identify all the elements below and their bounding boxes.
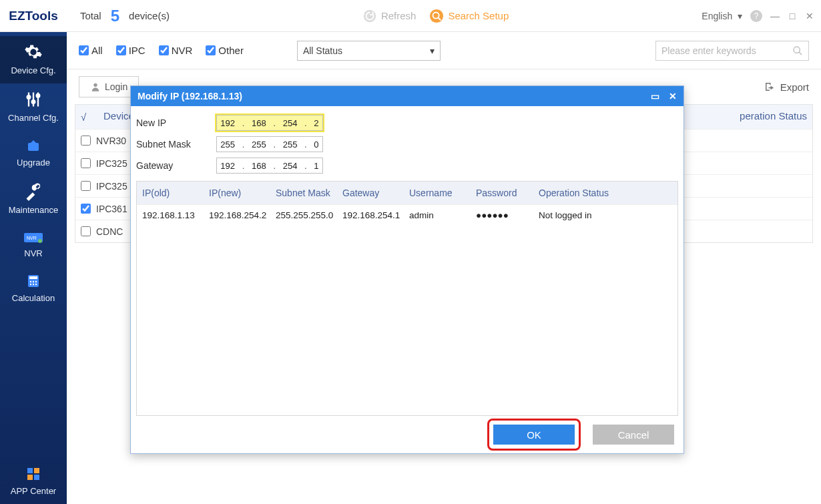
tools-icon bbox=[24, 182, 43, 201]
help-icon[interactable]: ? bbox=[750, 10, 762, 22]
status-select[interactable]: All Status ▾ bbox=[297, 41, 441, 61]
svg-point-17 bbox=[33, 281, 34, 282]
dialog-title: Modify IP (192.168.1.13) bbox=[138, 91, 242, 101]
upgrade-icon bbox=[24, 138, 43, 154]
filter-all[interactable]: All bbox=[79, 45, 103, 56]
search-input[interactable] bbox=[661, 45, 792, 56]
sliders-icon bbox=[24, 90, 43, 109]
export-label: Export bbox=[780, 81, 809, 93]
col-gateway[interactable]: Gateway bbox=[340, 188, 406, 198]
gateway-label: Gateway bbox=[136, 160, 216, 171]
svg-point-8 bbox=[32, 100, 35, 103]
window-minimize-icon[interactable]: — bbox=[770, 11, 780, 21]
col-opstatus[interactable]: Operation Status bbox=[536, 188, 675, 198]
row-checkbox[interactable] bbox=[81, 158, 91, 168]
sidebar-item-channel-cfg[interactable]: Channel Cfg. bbox=[0, 83, 67, 131]
cell-ip-new: 192.168.254.2 bbox=[206, 210, 273, 220]
sidebar-item-device-cfg[interactable]: Device Cfg. bbox=[0, 36, 67, 83]
sidebar-item-nvr[interactable]: NVR NVR bbox=[0, 223, 67, 266]
svg-point-20 bbox=[33, 284, 34, 285]
sidebar-label: Channel Cfg. bbox=[8, 113, 59, 123]
new-ip-input[interactable]: 192. 168. 254. 2 bbox=[216, 115, 323, 131]
calculator-icon bbox=[25, 273, 42, 289]
row-checkbox[interactable] bbox=[81, 136, 91, 146]
modify-ip-dialog: Modify IP (192.168.1.13) ▭ ✕ New IP 192.… bbox=[130, 85, 684, 454]
svg-rect-24 bbox=[27, 475, 33, 480]
sidebar: Device Cfg. Channel Cfg. Upgrade Mainten… bbox=[0, 32, 67, 504]
nvr-icon: NVR bbox=[23, 230, 43, 244]
sidebar-item-calculation[interactable]: Calculation bbox=[0, 266, 67, 311]
col-ip-new[interactable]: IP(new) bbox=[206, 188, 273, 198]
modify-ip-grid: IP(old) IP(new) Subnet Mask Gateway User… bbox=[136, 181, 678, 416]
dialog-close-icon[interactable]: ✕ bbox=[669, 91, 677, 101]
svg-point-16 bbox=[30, 281, 31, 282]
svg-point-9 bbox=[37, 94, 40, 97]
grid-header: IP(old) IP(new) Subnet Mask Gateway User… bbox=[137, 182, 677, 204]
svg-rect-25 bbox=[34, 475, 39, 480]
svg-point-26 bbox=[794, 47, 800, 53]
refresh-icon bbox=[362, 9, 377, 23]
row-new-ip: New IP 192. 168. 254. 2 bbox=[136, 113, 678, 133]
svg-point-18 bbox=[35, 281, 37, 282]
refresh-button[interactable]: Refresh bbox=[362, 9, 417, 23]
total-count: 5 bbox=[111, 7, 119, 25]
dialog-maximize-icon[interactable]: ▭ bbox=[651, 91, 659, 101]
col-password[interactable]: Password bbox=[473, 188, 536, 198]
window-close-icon[interactable]: ✕ bbox=[805, 11, 814, 21]
filter-ipc[interactable]: IPC bbox=[116, 45, 146, 56]
filter-row: All IPC NVR Other All Status ▾ bbox=[67, 32, 821, 69]
cell-subnet: 255.255.255.0 bbox=[273, 210, 340, 220]
status-value: All Status bbox=[303, 45, 342, 56]
cancel-button[interactable]: Cancel bbox=[593, 425, 674, 445]
export-icon bbox=[763, 81, 776, 93]
sidebar-label: APP Center bbox=[11, 486, 56, 496]
ok-button[interactable]: OK bbox=[493, 425, 575, 445]
search-icon bbox=[792, 45, 803, 56]
search-setup-label: Search Setup bbox=[448, 10, 509, 21]
col-username[interactable]: Username bbox=[406, 188, 473, 198]
window-maximize-icon[interactable]: □ bbox=[788, 11, 797, 21]
row-subnet: Subnet Mask 255. 255. 255. 0 bbox=[136, 134, 678, 154]
header-check[interactable]: √ bbox=[81, 111, 98, 123]
language-selector[interactable]: English ▾ bbox=[702, 11, 742, 21]
row-checkbox[interactable] bbox=[81, 204, 91, 214]
col-subnet[interactable]: Subnet Mask bbox=[273, 188, 340, 198]
gateway-input[interactable]: 192. 168. 254. 1 bbox=[216, 158, 323, 174]
search-setup-icon bbox=[429, 9, 444, 23]
col-ip-old[interactable]: IP(old) bbox=[140, 188, 206, 198]
svg-rect-15 bbox=[29, 276, 37, 279]
filter-nvr[interactable]: NVR bbox=[159, 45, 193, 56]
cell-gateway: 192.168.254.1 bbox=[340, 210, 406, 220]
sidebar-label: Upgrade bbox=[17, 158, 50, 168]
svg-point-28 bbox=[93, 83, 97, 87]
header-opstat[interactable]: Operation Status bbox=[694, 110, 807, 123]
sidebar-item-maintenance[interactable]: Maintenance bbox=[0, 176, 67, 223]
top-bar: EZTools Total 5 device(s) Refresh Search… bbox=[0, 0, 821, 32]
export-button[interactable]: Export bbox=[763, 81, 809, 93]
grid-row[interactable]: 192.168.1.13 192.168.254.2 255.255.255.0… bbox=[137, 204, 677, 226]
sidebar-item-upgrade[interactable]: Upgrade bbox=[0, 131, 67, 176]
row-checkbox[interactable] bbox=[81, 181, 91, 191]
svg-point-19 bbox=[30, 284, 31, 285]
svg-rect-10 bbox=[28, 143, 39, 151]
apps-icon bbox=[25, 466, 41, 482]
dialog-titlebar[interactable]: Modify IP (192.168.1.13) ▭ ✕ bbox=[131, 86, 683, 106]
sidebar-item-app-center[interactable]: APP Center bbox=[0, 459, 67, 504]
refresh-label: Refresh bbox=[381, 10, 417, 21]
cell-password: ●●●●●● bbox=[473, 210, 536, 220]
filter-other[interactable]: Other bbox=[206, 45, 244, 56]
svg-line-27 bbox=[799, 52, 802, 55]
keyword-search[interactable] bbox=[655, 41, 809, 61]
svg-rect-22 bbox=[27, 468, 33, 473]
login-label: Login bbox=[105, 81, 127, 92]
subnet-input[interactable]: 255. 255. 255. 0 bbox=[216, 136, 323, 152]
ok-highlight: OK bbox=[487, 419, 581, 451]
row-checkbox[interactable] bbox=[81, 226, 91, 236]
svg-point-21 bbox=[35, 284, 37, 285]
devices-label: device(s) bbox=[129, 10, 170, 21]
svg-point-1 bbox=[430, 9, 443, 22]
user-icon bbox=[90, 81, 101, 92]
search-setup-button[interactable]: Search Setup bbox=[429, 9, 509, 23]
sidebar-label: Device Cfg. bbox=[11, 65, 55, 75]
dialog-footer: OK Cancel bbox=[131, 416, 683, 453]
